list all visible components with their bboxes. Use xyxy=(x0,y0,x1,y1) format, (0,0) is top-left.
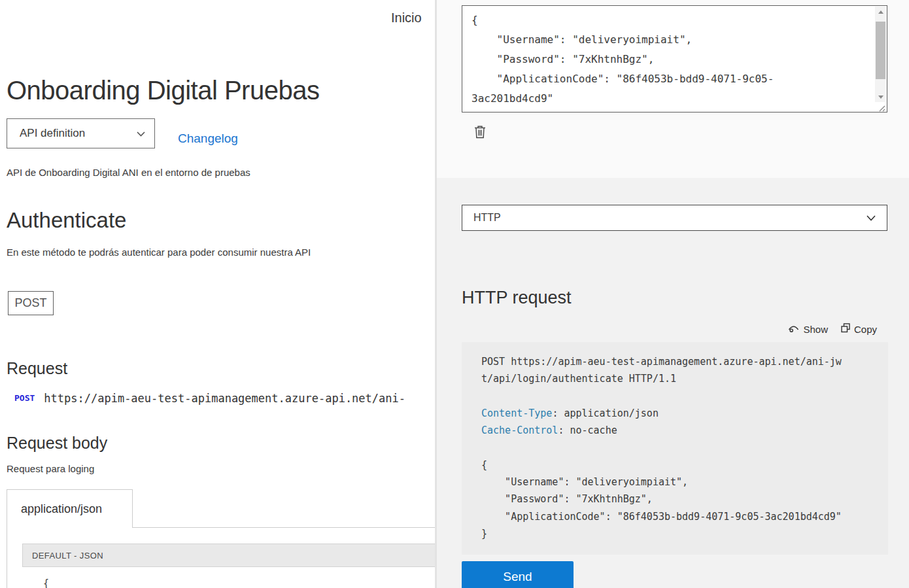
operation-description: En este método te podrás autenticar para… xyxy=(7,247,311,258)
request-body-editor[interactable]: { "Username": "deliveryoimpiait", "Passw… xyxy=(462,5,887,112)
request-method-label: POST xyxy=(14,393,35,403)
api-definition-select-value: API definition xyxy=(20,127,137,140)
console-body-section: { "Username": "deliveryoimpiait", "Passw… xyxy=(437,0,909,178)
http-request-code-block: POST https://apim-aeu-test-apimanagement… xyxy=(462,342,888,555)
http-request-heading: HTTP request xyxy=(462,288,572,308)
send-button[interactable]: Send xyxy=(462,561,574,588)
request-body-heading: Request body xyxy=(7,434,107,453)
method-badge: POST xyxy=(8,291,54,315)
editor-scrollbar[interactable] xyxy=(875,7,886,102)
protocol-select-value: HTTP xyxy=(473,212,866,224)
api-details-panel: Inicio Onboarding Digital Pruebas API de… xyxy=(0,0,436,588)
nav-item-home[interactable]: Inicio xyxy=(391,10,422,26)
test-console-panel: { "Username": "deliveryoimpiait", "Passw… xyxy=(437,0,909,588)
api-title: Onboarding Digital Pruebas xyxy=(7,76,319,105)
chevron-down-icon xyxy=(137,128,145,139)
code-toolbar: Show Copy xyxy=(788,323,877,335)
request-body-editor-value: { "Username": "deliveryoimpiait", "Passw… xyxy=(472,10,871,109)
sample-code-snippet: { xyxy=(43,578,49,588)
http-request-code: POST https://apim-aeu-test-apimanagement… xyxy=(481,353,888,542)
console-request-section: HTTP HTTP request Show xyxy=(437,178,909,588)
chevron-down-icon xyxy=(866,212,876,224)
copy-icon xyxy=(841,323,850,335)
request-body-sample-panel: DEFAULT - JSON { xyxy=(7,527,436,588)
request-heading: Request xyxy=(7,359,67,378)
request-body-note: Request para loging xyxy=(7,463,94,474)
resize-grip-icon[interactable] xyxy=(878,103,885,111)
copy-button[interactable]: Copy xyxy=(841,323,877,335)
eye-icon xyxy=(788,324,799,335)
protocol-select[interactable]: HTTP xyxy=(462,205,887,231)
show-secrets-button[interactable]: Show xyxy=(788,324,828,335)
delete-body-button[interactable] xyxy=(472,124,489,142)
operation-heading: Authenticate xyxy=(7,208,126,233)
scrollbar-thumb[interactable] xyxy=(876,22,885,79)
sample-header-bar: DEFAULT - JSON xyxy=(22,544,436,567)
tab-application-json[interactable]: application/json xyxy=(7,489,133,528)
copy-label: Copy xyxy=(854,324,877,335)
changelog-link[interactable]: Changelog xyxy=(178,131,238,146)
show-label: Show xyxy=(803,324,828,335)
api-description: API de Onboarding Digital ANI en el ento… xyxy=(7,167,250,178)
request-url-line: POSThttps://apim-aeu-test-apimanagement.… xyxy=(14,392,405,405)
trash-icon xyxy=(474,125,486,141)
scroll-up-arrow-icon[interactable] xyxy=(875,7,886,17)
api-definition-select[interactable]: API definition xyxy=(7,118,155,148)
scroll-down-arrow-icon[interactable] xyxy=(875,92,886,102)
request-url: https://apim-aeu-test-apimanagement.azur… xyxy=(44,392,405,405)
